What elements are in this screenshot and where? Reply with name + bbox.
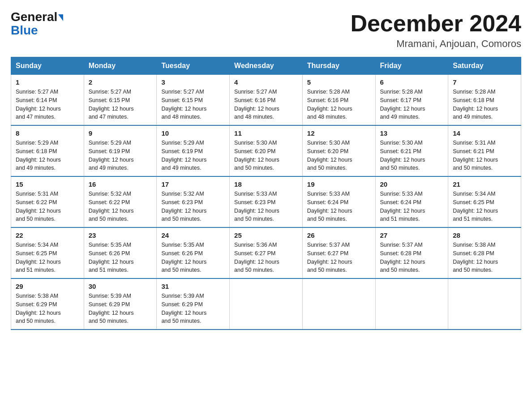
day-number: 6	[380, 78, 444, 86]
day-info: Sunrise: 5:31 AMSunset: 6:21 PMDaylight:…	[453, 140, 498, 171]
day-number: 1	[16, 78, 79, 86]
location-title: Mramani, Anjouan, Comoros	[350, 38, 521, 50]
day-info: Sunrise: 5:29 AMSunset: 6:19 PMDaylight:…	[89, 140, 134, 171]
day-info: Sunrise: 5:33 AMSunset: 6:24 PMDaylight:…	[307, 191, 352, 222]
day-number: 18	[234, 180, 298, 188]
calendar-cell: 4 Sunrise: 5:27 AMSunset: 6:16 PMDayligh…	[230, 75, 303, 126]
calendar-cell: 30 Sunrise: 5:39 AMSunset: 6:29 PMDaylig…	[84, 278, 157, 330]
day-number: 20	[380, 180, 444, 188]
day-number: 30	[89, 283, 152, 290]
calendar-cell: 25 Sunrise: 5:36 AMSunset: 6:27 PMDaylig…	[230, 227, 303, 278]
day-info: Sunrise: 5:33 AMSunset: 6:23 PMDaylight:…	[234, 191, 279, 222]
month-title: December 2024	[350, 11, 521, 36]
day-info: Sunrise: 5:27 AMSunset: 6:15 PMDaylight:…	[89, 89, 134, 120]
calendar-cell: 26 Sunrise: 5:37 AMSunset: 6:27 PMDaylig…	[302, 227, 375, 278]
week-row-4: 22 Sunrise: 5:34 AMSunset: 6:25 PMDaylig…	[11, 227, 521, 278]
day-info: Sunrise: 5:30 AMSunset: 6:20 PMDaylight:…	[234, 140, 279, 171]
calendar-cell: 18 Sunrise: 5:33 AMSunset: 6:23 PMDaylig…	[230, 176, 303, 227]
calendar-cell: 21 Sunrise: 5:34 AMSunset: 6:25 PMDaylig…	[448, 176, 521, 227]
day-number: 5	[307, 78, 371, 86]
day-number: 4	[234, 78, 298, 86]
day-info: Sunrise: 5:37 AMSunset: 6:27 PMDaylight:…	[307, 242, 352, 273]
calendar-cell: 24 Sunrise: 5:35 AMSunset: 6:26 PMDaylig…	[157, 227, 230, 278]
day-info: Sunrise: 5:27 AMSunset: 6:14 PMDaylight:…	[16, 89, 61, 120]
day-number: 16	[89, 180, 152, 188]
calendar-table: SundayMondayTuesdayWednesdayThursdayFrid…	[11, 57, 521, 330]
day-number: 27	[380, 231, 444, 239]
day-info: Sunrise: 5:38 AMSunset: 6:29 PMDaylight:…	[16, 293, 61, 324]
day-info: Sunrise: 5:34 AMSunset: 6:25 PMDaylight:…	[453, 191, 498, 222]
calendar-cell: 22 Sunrise: 5:34 AMSunset: 6:25 PMDaylig…	[11, 227, 84, 278]
header-thursday: Thursday	[302, 57, 375, 75]
day-info: Sunrise: 5:33 AMSunset: 6:24 PMDaylight:…	[380, 191, 425, 222]
calendar-cell: 28 Sunrise: 5:38 AMSunset: 6:28 PMDaylig…	[448, 227, 521, 278]
calendar-cell: 1 Sunrise: 5:27 AMSunset: 6:14 PMDayligh…	[11, 75, 84, 126]
day-number: 13	[380, 129, 444, 137]
calendar-header-row: SundayMondayTuesdayWednesdayThursdayFrid…	[11, 57, 521, 75]
day-info: Sunrise: 5:32 AMSunset: 6:23 PMDaylight:…	[161, 191, 206, 222]
day-info: Sunrise: 5:39 AMSunset: 6:29 PMDaylight:…	[161, 293, 206, 324]
logo-top: General	[11, 11, 63, 23]
day-number: 19	[307, 180, 371, 188]
day-number: 17	[161, 180, 225, 188]
header-tuesday: Tuesday	[157, 57, 230, 75]
calendar-cell: 14 Sunrise: 5:31 AMSunset: 6:21 PMDaylig…	[448, 125, 521, 176]
day-info: Sunrise: 5:35 AMSunset: 6:26 PMDaylight:…	[161, 242, 206, 273]
day-info: Sunrise: 5:37 AMSunset: 6:28 PMDaylight:…	[380, 242, 425, 273]
day-info: Sunrise: 5:35 AMSunset: 6:26 PMDaylight:…	[89, 242, 134, 273]
day-info: Sunrise: 5:38 AMSunset: 6:28 PMDaylight:…	[453, 242, 498, 273]
calendar-cell	[302, 278, 375, 330]
day-number: 22	[16, 231, 79, 239]
day-number: 25	[234, 231, 298, 239]
day-number: 29	[16, 283, 79, 290]
calendar-cell: 13 Sunrise: 5:30 AMSunset: 6:21 PMDaylig…	[375, 125, 448, 176]
calendar-cell: 31 Sunrise: 5:39 AMSunset: 6:29 PMDaylig…	[157, 278, 230, 330]
day-info: Sunrise: 5:28 AMSunset: 6:16 PMDaylight:…	[307, 89, 352, 120]
day-info: Sunrise: 5:34 AMSunset: 6:25 PMDaylight:…	[16, 242, 61, 273]
header-monday: Monday	[84, 57, 157, 75]
day-number: 7	[453, 78, 516, 86]
calendar-cell: 7 Sunrise: 5:28 AMSunset: 6:18 PMDayligh…	[448, 75, 521, 126]
page-header: General Blue December 2024 Mramani, Anjo…	[11, 11, 521, 50]
day-info: Sunrise: 5:29 AMSunset: 6:18 PMDaylight:…	[16, 140, 61, 171]
day-number: 15	[16, 180, 79, 188]
calendar-cell: 23 Sunrise: 5:35 AMSunset: 6:26 PMDaylig…	[84, 227, 157, 278]
day-info: Sunrise: 5:29 AMSunset: 6:19 PMDaylight:…	[161, 140, 206, 171]
day-number: 24	[161, 231, 225, 239]
header-saturday: Saturday	[448, 57, 521, 75]
day-info: Sunrise: 5:36 AMSunset: 6:27 PMDaylight:…	[234, 242, 279, 273]
calendar-cell: 6 Sunrise: 5:28 AMSunset: 6:17 PMDayligh…	[375, 75, 448, 126]
day-number: 12	[307, 129, 371, 137]
day-number: 23	[89, 231, 152, 239]
calendar-cell: 8 Sunrise: 5:29 AMSunset: 6:18 PMDayligh…	[11, 125, 84, 176]
day-number: 14	[453, 129, 516, 137]
day-number: 28	[453, 231, 516, 239]
week-row-5: 29 Sunrise: 5:38 AMSunset: 6:29 PMDaylig…	[11, 278, 521, 330]
header-wednesday: Wednesday	[230, 57, 303, 75]
title-block: December 2024 Mramani, Anjouan, Comoros	[350, 11, 521, 50]
calendar-cell	[230, 278, 303, 330]
day-number: 31	[161, 283, 225, 290]
calendar-cell: 16 Sunrise: 5:32 AMSunset: 6:22 PMDaylig…	[84, 176, 157, 227]
day-number: 3	[161, 78, 225, 86]
day-number: 21	[453, 180, 516, 188]
calendar-cell: 10 Sunrise: 5:29 AMSunset: 6:19 PMDaylig…	[157, 125, 230, 176]
week-row-2: 8 Sunrise: 5:29 AMSunset: 6:18 PMDayligh…	[11, 125, 521, 176]
calendar-cell	[375, 278, 448, 330]
logo: General Blue	[11, 11, 63, 37]
calendar-cell: 15 Sunrise: 5:31 AMSunset: 6:22 PMDaylig…	[11, 176, 84, 227]
calendar-cell: 11 Sunrise: 5:30 AMSunset: 6:20 PMDaylig…	[230, 125, 303, 176]
calendar-cell	[448, 278, 521, 330]
calendar-cell: 19 Sunrise: 5:33 AMSunset: 6:24 PMDaylig…	[302, 176, 375, 227]
day-info: Sunrise: 5:31 AMSunset: 6:22 PMDaylight:…	[16, 191, 61, 222]
day-info: Sunrise: 5:28 AMSunset: 6:17 PMDaylight:…	[380, 89, 425, 120]
day-info: Sunrise: 5:30 AMSunset: 6:21 PMDaylight:…	[380, 140, 425, 171]
day-info: Sunrise: 5:39 AMSunset: 6:29 PMDaylight:…	[89, 293, 134, 324]
day-info: Sunrise: 5:27 AMSunset: 6:15 PMDaylight:…	[161, 89, 206, 120]
calendar-cell: 3 Sunrise: 5:27 AMSunset: 6:15 PMDayligh…	[157, 75, 230, 126]
day-number: 2	[89, 78, 152, 86]
header-friday: Friday	[375, 57, 448, 75]
day-info: Sunrise: 5:28 AMSunset: 6:18 PMDaylight:…	[453, 89, 498, 120]
header-sunday: Sunday	[11, 57, 84, 75]
calendar-cell: 29 Sunrise: 5:38 AMSunset: 6:29 PMDaylig…	[11, 278, 84, 330]
